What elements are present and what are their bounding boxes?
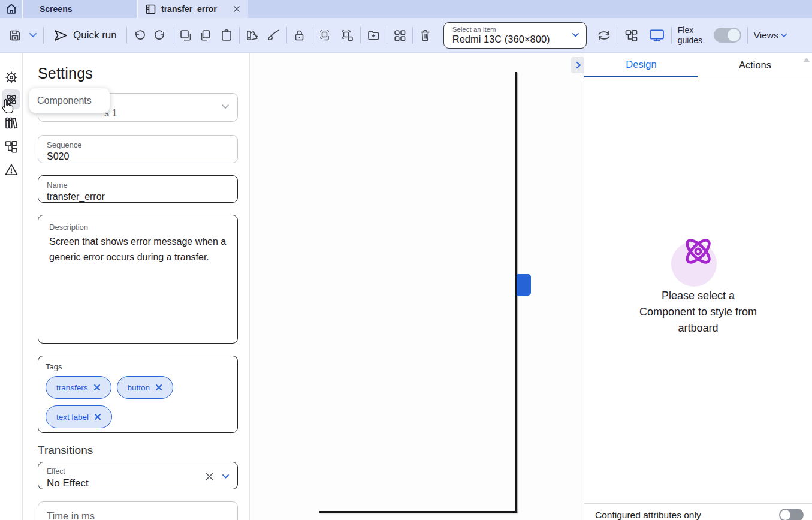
flex-guides-label: Flex guides — [678, 25, 708, 46]
views-button[interactable]: Views — [754, 30, 787, 41]
right-panel-tabs: Design Actions — [584, 53, 812, 77]
right-panel-footer: Configured attributes only — [584, 503, 812, 520]
name-value: transfer_error — [47, 191, 229, 202]
artboard-resize-handle[interactable] — [517, 274, 531, 296]
tags-chip-list: transfers button text label — [46, 376, 231, 432]
tab-design-label: Design — [626, 59, 656, 70]
close-icon[interactable] — [94, 413, 101, 420]
tags-label: Tags — [46, 362, 231, 371]
save-icon[interactable] — [8, 29, 22, 42]
chevron-right-icon — [576, 61, 581, 69]
right-panel: Design Actions Please select a Component… — [584, 53, 812, 520]
warning-icon[interactable] — [4, 163, 19, 177]
screens-tree-icon[interactable] — [4, 139, 19, 154]
tab-actions-label: Actions — [739, 59, 771, 71]
screen-file-icon — [146, 4, 156, 14]
save-chevron-down-icon[interactable] — [29, 32, 37, 38]
tab-screens[interactable]: Screens — [23, 0, 138, 18]
tab-screens-label: Screens — [40, 4, 72, 14]
empty-state: Please select a Component to style from … — [584, 233, 812, 336]
home-tab[interactable] — [0, 0, 23, 18]
components-grid-icon[interactable] — [393, 29, 406, 42]
components-tooltip: Components — [29, 88, 110, 113]
monitor-icon[interactable] — [648, 28, 665, 43]
brush-icon[interactable] — [267, 29, 280, 42]
tag-chip[interactable]: button — [117, 376, 174, 399]
quick-run-icon — [53, 29, 68, 42]
hierarchy-icon[interactable] — [624, 29, 639, 42]
effect-field[interactable]: Effect No Effect — [38, 462, 238, 489]
ungroup-icon[interactable] — [340, 29, 354, 42]
library-icon[interactable] — [4, 116, 19, 130]
gear-icon[interactable] — [4, 70, 19, 85]
configured-attributes-label: Configured attributes only — [595, 510, 701, 520]
components-tooltip-label: Components — [37, 95, 92, 106]
tag-chip-label: text label — [56, 413, 89, 422]
device-selector[interactable]: Select an item Redmi 13C (360×800) — [443, 22, 587, 49]
undo-icon[interactable] — [133, 29, 146, 42]
effect-label: Effect — [47, 467, 229, 476]
tab-transfer-error-label: transfer_error — [161, 4, 217, 14]
home-icon — [5, 2, 18, 16]
tag-chip[interactable]: transfers — [46, 376, 111, 399]
device-selector-label: Select an item — [452, 26, 579, 33]
atom-icon — [680, 233, 717, 270]
tags-field[interactable]: Tags transfers button text label — [38, 356, 238, 433]
effect-value: No Effect — [47, 477, 229, 489]
lock-icon[interactable] — [293, 29, 306, 42]
close-icon[interactable] — [155, 384, 162, 391]
theme-icon[interactable] — [246, 29, 259, 42]
name-label: Name — [47, 181, 229, 190]
close-icon[interactable] — [93, 384, 101, 391]
refresh-icon[interactable] — [596, 29, 612, 42]
chevron-down-icon — [221, 104, 230, 109]
settings-title: Settings — [38, 65, 93, 82]
quick-run-button[interactable]: Quick run — [53, 29, 117, 42]
description-field[interactable]: Description Screen that shows error mess… — [38, 215, 238, 344]
time-field[interactable]: Time in ms — [38, 501, 238, 520]
description-label: Description — [49, 223, 227, 232]
name-field[interactable]: Name transfer_error — [38, 175, 238, 203]
left-rail — [0, 53, 23, 520]
configured-attributes-toggle[interactable] — [779, 509, 804, 520]
tag-chip-label: button — [128, 383, 150, 392]
tab-transfer-error[interactable]: transfer_error — [138, 0, 248, 18]
chevron-down-icon[interactable] — [222, 474, 230, 479]
duplicate-icon[interactable] — [200, 29, 213, 42]
canvas[interactable] — [250, 53, 584, 520]
time-label: Time in ms — [47, 510, 229, 520]
sequence-label: Sequence — [47, 140, 229, 149]
sequence-value: S020 — [47, 151, 229, 162]
flex-guides-toggle[interactable] — [714, 28, 741, 43]
settings-panel: Settings s 1 Components Sequence S020 Na… — [23, 53, 250, 520]
atom-icon[interactable] — [4, 92, 19, 107]
chevron-down-icon — [572, 32, 579, 38]
empty-state-text: Please select a Component to style from … — [639, 288, 757, 336]
clear-icon[interactable] — [205, 472, 214, 481]
tag-chip[interactable]: text label — [46, 405, 112, 428]
group-icon[interactable] — [318, 29, 333, 42]
views-label: Views — [754, 30, 778, 41]
copy-icon[interactable] — [179, 29, 192, 42]
sequence-field[interactable]: Sequence S020 — [38, 135, 238, 163]
tab-design[interactable]: Design — [584, 53, 698, 77]
tag-chip-label: transfers — [56, 383, 88, 392]
tab-actions[interactable]: Actions — [698, 53, 812, 77]
paste-icon[interactable] — [220, 29, 233, 42]
artboard-bottom-edge — [319, 511, 517, 513]
tab-bar: Screens transfer_error — [0, 0, 812, 18]
trash-icon[interactable] — [419, 29, 431, 42]
close-icon[interactable] — [233, 5, 241, 13]
transitions-heading: Transitions — [38, 444, 93, 457]
device-selector-value: Redmi 13C (360×800) — [452, 34, 579, 45]
add-frame-icon[interactable] — [367, 29, 381, 42]
redo-icon[interactable] — [153, 29, 167, 42]
toolbar: Quick run — [0, 18, 812, 53]
chevron-down-icon — [780, 33, 787, 38]
description-value: Screen that shows error message when a g… — [49, 234, 227, 265]
quick-run-label: Quick run — [73, 29, 117, 41]
